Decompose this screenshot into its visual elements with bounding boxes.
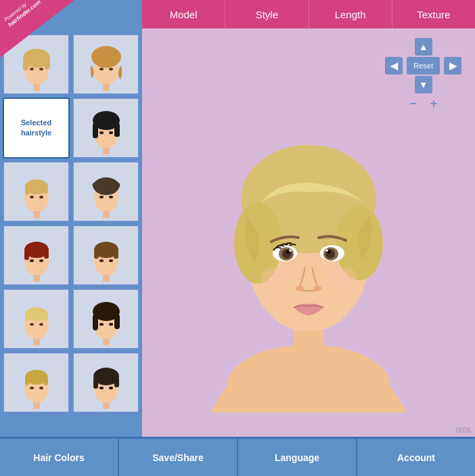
image-number: 0006 [456, 427, 471, 434]
hair-colors-button[interactable]: Hair Colors [0, 439, 119, 476]
svg-rect-55 [114, 314, 120, 329]
zoom-out-button[interactable]: − [409, 98, 417, 110]
nav-right-arrow[interactable]: ▶ [444, 57, 461, 74]
svg-point-4 [30, 68, 34, 70]
nav-model[interactable]: Model [142, 0, 225, 28]
svg-rect-11 [103, 84, 110, 91]
svg-point-24 [39, 196, 43, 198]
zoom-in-button[interactable]: + [430, 98, 438, 110]
svg-point-84 [289, 249, 292, 251]
svg-point-27 [93, 177, 119, 195]
nav-left-arrow[interactable]: ◀ [385, 57, 403, 74]
selected-label-line2: hairstyle [21, 128, 51, 138]
svg-point-56 [99, 323, 104, 326]
svg-point-92 [260, 267, 290, 286]
language-button[interactable]: Language [238, 439, 357, 476]
svg-rect-65 [33, 402, 40, 409]
svg-point-5 [39, 68, 43, 70]
svg-rect-51 [33, 339, 40, 345]
hairstyle-thumb-7[interactable] [3, 225, 70, 286]
svg-rect-41 [114, 251, 118, 259]
hairstyle-thumb-9[interactable] [3, 288, 70, 349]
hairstyle-thumb-2[interactable] [72, 34, 139, 95]
svg-point-93 [327, 267, 357, 286]
nav-length[interactable]: Length [309, 0, 392, 28]
svg-rect-22 [44, 187, 48, 194]
svg-point-71 [109, 387, 113, 389]
hairstyle-grid: Selected hairstyle [0, 31, 142, 416]
hairstyle-thumb-4[interactable] [72, 98, 139, 158]
svg-rect-68 [93, 378, 98, 389]
hairstyle-thumb-10[interactable] [72, 288, 139, 349]
svg-point-36 [39, 259, 43, 262]
svg-rect-48 [44, 314, 48, 321]
hairstyle-thumb-3-selected[interactable]: Selected hairstyle [3, 98, 70, 158]
svg-point-64 [39, 387, 43, 389]
svg-point-63 [30, 387, 34, 389]
hairstyle-thumb-5[interactable] [3, 161, 70, 222]
selected-label-line1: Selected [21, 118, 51, 128]
svg-rect-62 [44, 377, 48, 385]
svg-rect-30 [103, 211, 110, 218]
svg-rect-37 [33, 275, 40, 282]
reset-button[interactable]: Reset [407, 57, 440, 74]
nav-up-arrow[interactable]: ▲ [415, 38, 432, 56]
svg-rect-15 [114, 123, 120, 137]
nav-down-arrow[interactable]: ▼ [415, 76, 432, 93]
svg-point-90 [296, 286, 304, 291]
svg-point-29 [109, 196, 113, 198]
svg-rect-40 [94, 251, 99, 259]
hairstyle-thumb-12[interactable] [72, 352, 139, 413]
svg-point-43 [109, 259, 113, 262]
svg-rect-33 [24, 251, 29, 260]
svg-rect-58 [103, 339, 110, 345]
nav-style[interactable]: Style [225, 0, 309, 28]
svg-point-50 [39, 323, 43, 326]
svg-rect-6 [33, 84, 40, 91]
svg-point-9 [99, 68, 104, 70]
bottom-toolbar: Hair Colors Save/Share Language Account [0, 437, 475, 476]
svg-point-70 [99, 387, 104, 389]
svg-point-49 [30, 323, 34, 326]
navigation-controls: ▲ ◀ Reset ▶ ▼ − + [385, 38, 461, 110]
account-button[interactable]: Account [357, 439, 475, 476]
svg-rect-14 [93, 123, 98, 138]
svg-rect-34 [44, 251, 49, 259]
svg-rect-61 [25, 377, 29, 385]
svg-rect-21 [25, 187, 29, 195]
svg-rect-72 [103, 402, 110, 409]
svg-point-17 [109, 131, 113, 134]
svg-rect-54 [93, 314, 98, 330]
svg-point-10 [109, 68, 113, 70]
svg-point-42 [99, 259, 104, 262]
svg-point-35 [30, 259, 34, 262]
hairstyle-thumb-8[interactable] [72, 225, 139, 286]
hairstyle-thumb-6[interactable] [72, 161, 139, 222]
hairstyle-thumb-11[interactable] [3, 352, 70, 413]
main-display-area: ▲ ◀ Reset ▶ ▼ − + [142, 28, 475, 437]
svg-point-91 [313, 286, 321, 291]
svg-point-8 [91, 46, 121, 68]
svg-rect-47 [25, 314, 29, 321]
svg-rect-18 [103, 148, 110, 154]
svg-point-16 [99, 131, 104, 134]
svg-rect-44 [103, 275, 110, 282]
svg-rect-25 [33, 211, 40, 218]
svg-point-89 [325, 249, 328, 251]
nav-texture[interactable]: Texture [392, 0, 475, 28]
svg-point-57 [109, 323, 113, 326]
save-share-button[interactable]: Save/Share [119, 439, 238, 476]
svg-point-23 [30, 196, 34, 198]
top-navigation: Model Style Length Texture [142, 0, 475, 28]
brand-ribbon: Powered by hairfinder.com [0, 0, 74, 61]
svg-rect-69 [114, 378, 119, 387]
svg-point-28 [99, 196, 104, 198]
sidebar: Powered by hairfinder.com [0, 0, 142, 437]
